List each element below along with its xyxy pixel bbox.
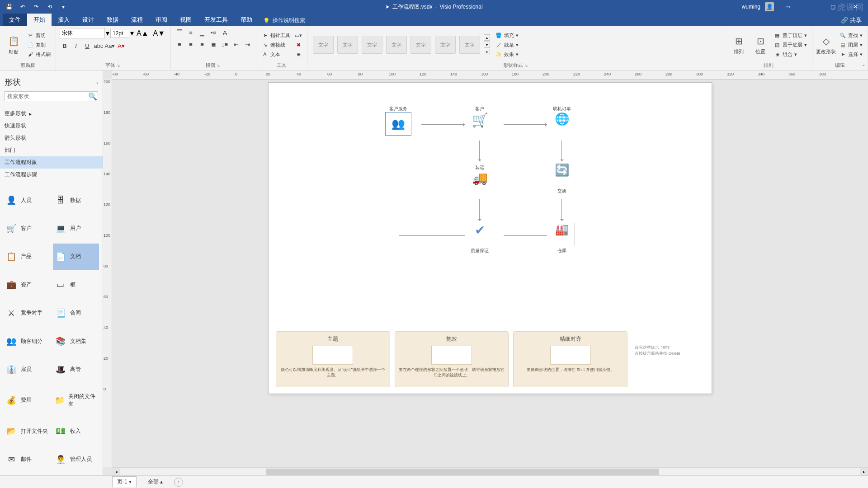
collapse-ribbon-icon[interactable]: ⌃ xyxy=(862,64,865,69)
scroll-thumb[interactable] xyxy=(266,469,659,475)
share-button[interactable]: 🔗 共享 xyxy=(835,14,868,26)
scroll-left-icon[interactable]: ◂ xyxy=(112,468,120,475)
font-size-select[interactable]: 12pt xyxy=(110,29,129,38)
tab-file[interactable]: 文件 xyxy=(3,14,27,26)
paragraph-launcher-icon[interactable]: ↘ xyxy=(216,63,222,68)
workflow-steps[interactable]: 工作流程步骤 xyxy=(0,169,103,181)
align-left-button[interactable]: ≡ xyxy=(175,40,184,49)
pointer-tool-button[interactable]: ➤指针工具 xyxy=(260,31,292,39)
tip-theme[interactable]: 主题 颜色可以增加清晰度和美观度。从"设计"选项卡中选择一个主题。 xyxy=(276,331,390,387)
shape-item[interactable]: ▭框 xyxy=(53,272,99,298)
close-icon[interactable]: ✕ xyxy=(846,0,864,14)
shape-delivery[interactable]: 🔄 交换 xyxy=(549,163,575,194)
shape-qa[interactable]: ✔ 质量保证 xyxy=(467,223,493,254)
drawing-page[interactable]: 客户服务 👥 客户 🛒 联机订单 🌐 装运 🚚 🔄 xyxy=(268,82,712,394)
shape-item[interactable]: 🛒客户 xyxy=(4,215,50,241)
tab-design[interactable]: 设计 xyxy=(76,14,100,26)
user-avatar-icon[interactable]: 👤 xyxy=(765,2,774,11)
copy-button[interactable]: 📄复制 xyxy=(25,41,52,49)
tell-me[interactable]: 💡操作说明搜索 xyxy=(259,15,310,26)
shape-item[interactable]: 💰费用 xyxy=(4,385,50,416)
align-right-button[interactable]: ≡ xyxy=(197,40,207,49)
layer-button[interactable]: ▤图层▾ xyxy=(838,41,864,49)
dept-shapes[interactable]: 部门 xyxy=(0,144,103,156)
style-swatch[interactable]: 文字 xyxy=(410,36,431,54)
tab-data[interactable]: 数据 xyxy=(100,14,125,26)
refresh-icon[interactable]: ⟲ xyxy=(46,3,53,10)
align-center-button[interactable]: ≡ xyxy=(186,40,196,49)
gallery-up-icon[interactable]: ▴ xyxy=(484,34,490,41)
connector[interactable] xyxy=(399,235,465,236)
tab-review[interactable]: 审阅 xyxy=(149,14,174,26)
style-gallery[interactable]: 文字 文字 文字 文字 文字 文字 文字 ▴ ▾ ▾ xyxy=(311,28,492,61)
shape-item[interactable]: 👨‍💼管理人员 xyxy=(53,446,99,473)
bold-button[interactable]: B xyxy=(60,41,70,50)
position-button[interactable]: ⊡位置 xyxy=(750,28,770,61)
indent-dec-button[interactable]: ⇤ xyxy=(231,40,241,49)
add-page-button[interactable]: + xyxy=(174,478,183,487)
tab-view[interactable]: 视图 xyxy=(174,14,198,26)
connector[interactable] xyxy=(504,124,547,125)
connection-point-button[interactable]: ⊕ xyxy=(293,50,303,58)
shape-item[interactable]: 🗄数据 xyxy=(53,187,99,213)
text-tool-button[interactable]: A文本 xyxy=(260,50,292,58)
line-button[interactable]: ／线条▾ xyxy=(494,41,520,49)
cut-button[interactable]: ✂剪切 xyxy=(25,31,52,39)
delete-connector-button[interactable]: ✖ xyxy=(293,41,303,49)
font-name-select[interactable]: 宋体 xyxy=(60,28,105,38)
font-launcher-icon[interactable]: ↘ xyxy=(115,63,121,68)
format-painter-button[interactable]: 🖌格式刷 xyxy=(25,50,52,58)
shape-item[interactable]: 🎩高管 xyxy=(53,356,99,382)
shape-item[interactable]: 📚文档集 xyxy=(53,328,99,354)
tip-drag[interactable]: 拖放 要在两个连接的形状之间放置一个形状，请将该形状拖放它们之间的连接线上。 xyxy=(395,331,509,387)
clear-format-button[interactable]: A̶ xyxy=(220,28,230,37)
strike-button[interactable]: abc xyxy=(94,41,104,50)
connector[interactable] xyxy=(399,141,399,235)
connector[interactable] xyxy=(504,235,547,236)
style-swatch[interactable]: 文字 xyxy=(337,36,358,54)
style-swatch[interactable]: 文字 xyxy=(362,36,382,54)
shape-item[interactable]: 👤人员 xyxy=(4,187,50,213)
fill-button[interactable]: 🪣填充▾ xyxy=(494,31,520,39)
qat-more-icon[interactable]: ▾ xyxy=(60,3,67,10)
shapes-collapse-icon[interactable]: ‹ xyxy=(96,80,98,85)
shape-shipping[interactable]: 装运 🚚 xyxy=(467,163,493,194)
scroll-right-icon[interactable]: ▸ xyxy=(860,468,868,475)
bullets-button[interactable]: •≡ xyxy=(208,28,218,37)
connector[interactable] xyxy=(561,141,562,161)
shape-warehouse[interactable]: 🏭 仓库 xyxy=(549,223,575,254)
connector[interactable] xyxy=(479,199,480,221)
style-swatch[interactable]: 文字 xyxy=(459,36,480,54)
align-middle-button[interactable]: ≡ xyxy=(186,28,196,37)
bring-front-button[interactable]: ▦置于顶层▾ xyxy=(772,31,808,39)
ribbon-display-icon[interactable]: ▭ xyxy=(778,0,797,14)
shape-item[interactable]: ⚔竞争对手 xyxy=(4,300,50,326)
shape-customer-service[interactable]: 客户服务 👥 xyxy=(385,104,411,136)
italic-button[interactable]: I xyxy=(71,41,81,50)
shrink-font-icon[interactable]: A▼ xyxy=(151,29,167,38)
gallery-down-icon[interactable]: ▾ xyxy=(484,42,490,48)
connector-tool-button[interactable]: ↘连接线 xyxy=(260,41,292,49)
tip-align[interactable]: 精细对齐 要微调形状的位置，请按住 Shift 并使用箭头键。 xyxy=(513,331,627,387)
tab-help[interactable]: 帮助 xyxy=(234,14,259,26)
shape-item[interactable]: 💵收入 xyxy=(53,418,99,444)
styles-launcher-icon[interactable]: ↘ xyxy=(523,63,529,68)
justify-button[interactable]: ≣ xyxy=(208,40,218,49)
send-back-button[interactable]: ▧置于底层▾ xyxy=(772,41,808,49)
horizontal-scrollbar[interactable]: ◂ ▸ xyxy=(112,467,868,475)
tab-insert[interactable]: 插入 xyxy=(52,14,76,26)
effect-button[interactable]: ✨效果▾ xyxy=(494,50,520,58)
shape-customer[interactable]: 客户 🛒 xyxy=(467,104,493,136)
connector[interactable] xyxy=(561,199,562,221)
style-swatch[interactable]: 文字 xyxy=(435,36,456,54)
redo-icon[interactable]: ↷ xyxy=(33,3,40,10)
paste-button[interactable]: 📋 粘贴 xyxy=(4,28,24,61)
tab-home[interactable]: 开始 xyxy=(27,14,52,26)
find-button[interactable]: 🔍查找▾ xyxy=(838,31,864,39)
case-button[interactable]: Aa▾ xyxy=(105,41,115,50)
underline-button[interactable]: U xyxy=(82,41,92,50)
shape-item[interactable]: 👥顾客细分 xyxy=(4,328,50,354)
minimize-icon[interactable]: — xyxy=(801,0,819,14)
shape-item[interactable]: 👔雇员 xyxy=(4,356,50,382)
gallery-more-icon[interactable]: ▾ xyxy=(484,49,490,55)
